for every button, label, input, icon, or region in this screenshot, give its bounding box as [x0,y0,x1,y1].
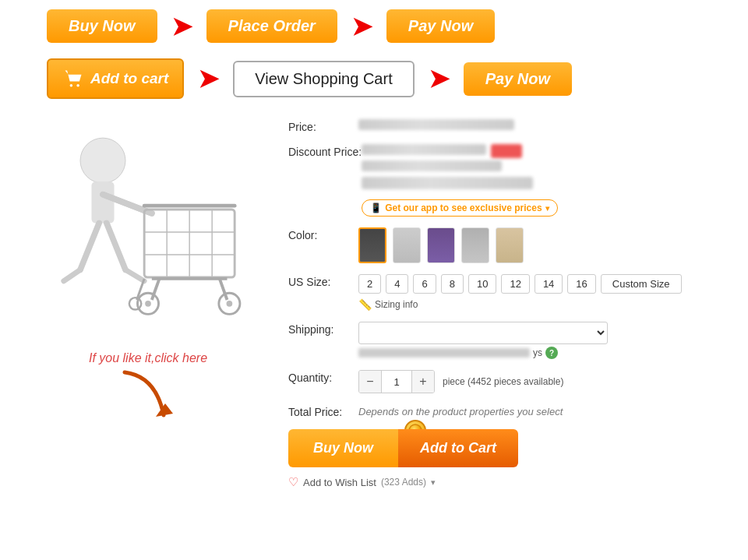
shipping-row: Shipping: ys ? [288,322,725,359]
svg-point-21 [145,301,151,307]
discount-blurred-badge [491,144,522,158]
quantity-row: Quantity: − + piece (4452 pieces availab… [288,370,725,393]
svg-point-2 [80,138,125,183]
size-btn-10[interactable]: 10 [468,274,496,294]
arrow-3: ➤ [198,64,219,93]
size-btn-8[interactable]: 8 [441,274,464,294]
add-to-cart-flow-btn[interactable]: Add to cart [47,58,184,99]
buy-now-flow-btn[interactable]: Buy Now [47,9,157,43]
svg-line-9 [125,269,144,281]
price-label: Price: [288,119,358,133]
arrow-1: ➤ [171,12,192,41]
buy-now-action-btn[interactable]: Buy Now [288,429,398,467]
wishlist-row[interactable]: ♡ Add to Wish List (323 Adds) ▾ [288,475,725,489]
svg-point-23 [227,301,233,307]
price-row: Price: [288,119,725,133]
svg-line-7 [107,223,125,269]
days-suffix: ys [533,347,542,358]
chevron-down-icon: ▾ [545,204,549,213]
size-label: US Size: [288,274,358,288]
size-btn-14[interactable]: 14 [535,274,563,294]
get-app-button[interactable]: 📱 Get our app to see exclusive prices ▾ [362,199,557,217]
color-swatch-purple[interactable] [427,227,455,263]
size-btn-6[interactable]: 6 [413,274,436,294]
left-text-area: If you like it,click here [89,345,207,426]
size-value: 2 4 6 8 10 12 14 16 Custom Size 📏 Sizing… [358,274,725,311]
right-side: Price: Discount Price: [280,111,748,497]
pieces-available-text: piece (4452 pieces available) [443,376,563,387]
tape-measure-icon: 📏 [358,298,372,311]
quantity-decrease-btn[interactable]: − [359,371,381,393]
shopping-cart-illustration [35,119,261,345]
view-shopping-cart-btn[interactable]: View Shopping Cart [233,61,414,97]
price-blurred [358,119,514,130]
shipping-days-blurred [358,348,530,357]
discount-price-row: Discount Price: 📱 Get our app to see exc… [288,144,725,217]
svg-rect-3 [92,181,115,223]
size-row: US Size: 2 4 6 8 10 12 14 16 Custom Size… [288,274,725,311]
total-price-label: Total Price: [288,404,358,418]
color-row: Color: [288,227,725,263]
quantity-control: − + [358,370,435,393]
arrow-2: ➤ [351,12,372,41]
get-app-icon: 📱 [370,203,382,213]
shipping-label: Shipping: [288,322,358,336]
curved-arrow-icon [117,368,179,423]
flow-bar-bottom: Add to cart ➤ View Shopping Cart ➤ Pay N… [0,52,748,111]
place-order-flow-btn[interactable]: Place Order [206,9,337,43]
size-btn-16[interactable]: 16 [567,274,595,294]
shipping-value: ys ? [358,322,725,359]
main-content: If you like it,click here Price: Discoun [0,111,748,512]
shipping-select[interactable] [358,322,608,344]
pay-now-flow-btn[interactable]: Pay Now [386,9,495,43]
discount-label: Discount Price: [288,144,362,158]
cart-icon [62,68,84,90]
wishlist-chevron-icon: ▾ [431,477,436,488]
left-side: If you like it,click here [0,111,280,497]
heart-icon: ♡ [288,475,298,489]
price-value [358,119,725,133]
size-btn-2[interactable]: 2 [358,274,381,294]
info-icon[interactable]: ? [545,347,558,359]
quantity-increase-btn[interactable]: + [412,371,434,393]
color-swatch-dark[interactable] [358,227,386,263]
add-to-cart-wrapper: Add to Cart [398,429,518,467]
svg-marker-26 [156,403,173,417]
add-to-cart-action-btn[interactable]: Add to Cart [398,429,518,467]
svg-line-8 [64,269,80,281]
wishlist-text: Add to Wish List [303,477,376,488]
color-label: Color: [288,227,358,241]
discount-blurred-3 [362,177,533,189]
action-buttons: Buy Now Add to Cart [288,429,725,467]
shipping-days: ys ? [358,347,725,359]
discount-blurred-1 [362,144,486,155]
size-btn-4[interactable]: 4 [386,274,408,294]
color-swatch-lightgray[interactable] [461,227,489,263]
size-btn-custom[interactable]: Custom Size [601,274,682,294]
size-btn-12[interactable]: 12 [501,274,529,294]
color-swatch-light[interactable] [393,227,421,263]
total-price-value: Depends on the product properties you se… [358,404,725,418]
svg-point-0 [70,84,73,87]
svg-line-6 [80,223,99,269]
discount-value: 📱 Get our app to see exclusive prices ▾ [362,144,725,217]
svg-point-25 [129,298,141,309]
pay-now-btn[interactable]: Pay Now [464,62,572,96]
if-you-like-text[interactable]: If you like it,click here [89,351,207,365]
arrow-4: ➤ [429,64,450,93]
quantity-value: − + piece (4452 pieces available) [358,370,725,393]
quantity-label: Quantity: [288,370,358,384]
total-price-row: Total Price: Depends on the product prop… [288,404,725,418]
quantity-input[interactable] [381,371,412,393]
sizing-info-text: Sizing info [375,299,418,310]
size-buttons: 2 4 6 8 10 12 14 16 Custom Size [358,274,725,294]
flow-bar-top: Buy Now ➤ Place Order ➤ Pay Now [0,0,748,52]
color-swatches [358,227,725,263]
svg-point-1 [76,84,79,87]
discount-blurred-2 [362,160,502,171]
total-price-text: Depends on the product properties you se… [358,406,563,417]
color-swatch-cream[interactable] [496,227,524,263]
wishlist-adds: (323 Adds) [381,477,426,488]
sizing-info-link[interactable]: 📏 Sizing info [358,298,725,311]
